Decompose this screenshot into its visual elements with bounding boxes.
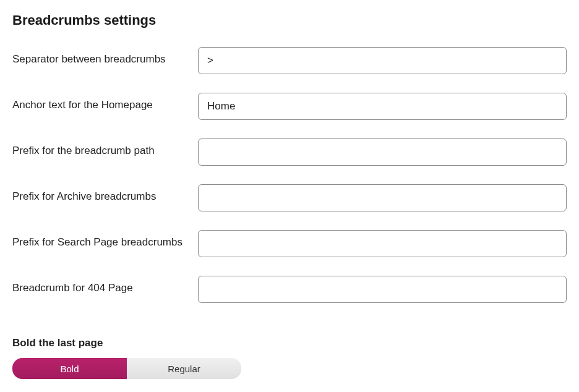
input-prefix-path[interactable] — [198, 138, 567, 166]
input-prefix-archive[interactable] — [198, 184, 567, 211]
label-prefix-archive: Prefix for Archive breadcrumbs — [12, 184, 198, 203]
label-prefix-path: Prefix for the breadcrumb path — [12, 138, 198, 157]
input-anchor-home[interactable] — [198, 93, 567, 120]
input-prefix-search[interactable] — [198, 230, 567, 257]
toggle-regular-button[interactable]: Regular — [127, 358, 241, 379]
field-prefix-search: Prefix for Search Page breadcrumbs — [12, 230, 567, 257]
input-separator[interactable] — [198, 47, 567, 74]
field-prefix-path: Prefix for the breadcrumb path — [12, 138, 567, 166]
field-prefix-archive: Prefix for Archive breadcrumbs — [12, 184, 567, 211]
bold-toggle-group: Bold Regular — [12, 358, 241, 379]
page-title: Breadcrumbs settings — [12, 12, 567, 28]
label-separator: Separator between breadcrumbs — [12, 47, 198, 66]
label-anchor-home: Anchor text for the Homepage — [12, 93, 198, 111]
toggle-bold-button[interactable]: Bold — [12, 358, 127, 379]
field-separator: Separator between breadcrumbs — [12, 47, 567, 74]
label-breadcrumb-404: Breadcrumb for 404 Page — [12, 276, 198, 294]
field-breadcrumb-404: Breadcrumb for 404 Page — [12, 276, 567, 303]
bold-toggle-label: Bold the last page — [12, 337, 567, 349]
bold-toggle-section: Bold the last page Bold Regular — [12, 337, 567, 379]
input-breadcrumb-404[interactable] — [198, 276, 567, 303]
field-anchor-home: Anchor text for the Homepage — [12, 93, 567, 120]
label-prefix-search: Prefix for Search Page breadcrumbs — [12, 230, 198, 249]
